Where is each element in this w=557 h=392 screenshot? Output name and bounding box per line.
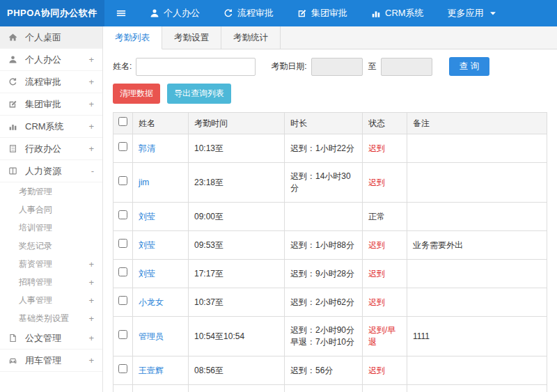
attendance-table: 姓名 考勤时间 时长 状态 备注 郭清10:13至迟到：1小时22分迟到jim2… xyxy=(103,112,557,392)
chart-icon xyxy=(371,8,381,18)
clean-data-button[interactable]: 清理数据 xyxy=(113,84,160,104)
sidebar-item-crm-system[interactable]: CRM系统+ xyxy=(0,116,102,138)
duration: 迟到：1小时22分 xyxy=(285,134,363,163)
sidebar-subitem-training-management[interactable]: 培训管理 xyxy=(0,219,102,237)
expand-toggle-icon[interactable]: + xyxy=(87,99,94,109)
sidebar-item-workflow-approval[interactable]: 流程审批+ xyxy=(0,71,102,93)
table-row: 刘莹09:00至正常 xyxy=(113,203,547,231)
expand-toggle-icon[interactable]: + xyxy=(87,333,94,343)
expand-toggle-icon[interactable]: - xyxy=(87,166,94,176)
date-to-label: 至 xyxy=(368,61,377,72)
expand-toggle-icon[interactable]: + xyxy=(87,295,94,306)
employee-name-link[interactable]: 王壹辉 xyxy=(139,366,164,375)
table-row: 刘莹09:53至迟到：1小时88分迟到业务需要外出 xyxy=(113,231,547,260)
topnav-item-personal-office[interactable]: 个人办公 xyxy=(138,0,212,26)
row-checkbox[interactable] xyxy=(118,176,127,185)
sidebar-subitem-recruitment-management[interactable]: 招聘管理+ xyxy=(0,273,102,291)
expand-toggle-icon[interactable]: + xyxy=(87,77,94,87)
status-badge: 迟到/早退 xyxy=(363,385,407,392)
note: 1111 xyxy=(407,317,547,356)
attendance-table-body: 郭清10:13至迟到：1小时22分迟到jim23:18至迟到：14小时30分迟到… xyxy=(113,134,547,392)
duration: 迟到：9小时28分 xyxy=(285,260,363,288)
date-from-input[interactable] xyxy=(311,58,363,76)
note xyxy=(407,260,547,288)
user-icon xyxy=(150,8,159,18)
expand-toggle-icon[interactable]: + xyxy=(87,54,94,65)
expand-toggle-icon[interactable]: + xyxy=(87,121,94,132)
sidebar-item-document-management[interactable]: 公文管理+ xyxy=(0,327,102,350)
employee-name-link[interactable]: 管理员 xyxy=(139,331,164,341)
row-checkbox[interactable] xyxy=(118,267,127,276)
row-checkbox[interactable] xyxy=(118,210,127,219)
attendance-time: 17:17至 xyxy=(189,260,285,288)
edit-icon xyxy=(297,8,307,18)
row-checkbox[interactable] xyxy=(118,142,127,151)
search-form: 姓名: 考勤日期: 至 查 询 xyxy=(103,49,557,82)
topnav-item-crm-system[interactable]: CRM系统 xyxy=(359,0,436,26)
row-checkbox[interactable] xyxy=(118,364,127,373)
sidebar-menu: 个人桌面个人办公+流程审批+集团审批+CRM系统+行政办公+人力资源-考勤管理人… xyxy=(0,26,102,372)
duration: 迟到：5小时33分 早退：4小时67分 xyxy=(285,385,363,392)
sidebar-subitem-personnel-contract[interactable]: 人事合同 xyxy=(0,201,102,219)
employee-name-link[interactable]: 刘莹 xyxy=(139,269,155,279)
sidebar-item-admin-office[interactable]: 行政办公+ xyxy=(0,138,102,160)
sidebar-subitem-base-category-settings[interactable]: 基础类别设置+ xyxy=(0,309,102,327)
table-row: 刘莹17:17至迟到：9小时28分迟到 xyxy=(113,260,547,288)
name-label: 姓名: xyxy=(113,61,132,72)
col-header-status: 状态 xyxy=(363,113,407,134)
home-icon xyxy=(8,33,19,42)
table-row: 小龙女10:37至迟到：2小时62分迟到 xyxy=(113,288,547,317)
employee-name-link[interactable]: 郭清 xyxy=(139,143,155,153)
employee-name-link[interactable]: 小龙女 xyxy=(139,297,164,307)
date-to-input[interactable] xyxy=(381,58,432,76)
status-badge: 迟到 xyxy=(363,231,407,260)
topnav-item-more-apps[interactable]: 更多应用 xyxy=(436,0,510,26)
tab-attendance-settings[interactable]: 考勤设置 xyxy=(162,26,221,49)
export-list-button[interactable]: 导出查询列表 xyxy=(167,84,231,104)
note xyxy=(407,288,547,317)
sidebar-subitem-personnel-management[interactable]: 人事管理+ xyxy=(0,291,102,309)
employee-name-link[interactable]: jim xyxy=(139,178,149,187)
sidebar-subitem-reward-punishment[interactable]: 奖惩记录 xyxy=(0,237,102,255)
row-checkbox[interactable] xyxy=(118,296,127,305)
query-button[interactable]: 查 询 xyxy=(449,57,489,76)
duration xyxy=(285,203,363,231)
tab-attendance-stats[interactable]: 考勤统计 xyxy=(221,26,281,49)
sidebar-item-human-resources[interactable]: 人力资源- xyxy=(0,160,102,182)
attendance-time: 08:56至 xyxy=(189,356,285,385)
sidebar-item-group-approval[interactable]: 集团审批+ xyxy=(0,93,102,116)
sidebar-item-personal-desktop[interactable]: 个人桌面 xyxy=(0,26,102,49)
expand-toggle-icon[interactable]: + xyxy=(87,355,94,366)
table-header-row: 姓名 考勤时间 时长 状态 备注 xyxy=(113,113,547,134)
status-badge: 迟到 xyxy=(363,260,407,288)
employee-name-link[interactable]: 刘莹 xyxy=(139,240,155,250)
menu-toggle-button[interactable] xyxy=(104,0,138,26)
expand-toggle-icon[interactable]: + xyxy=(87,277,94,288)
expand-toggle-icon[interactable]: + xyxy=(87,313,94,324)
note: 业务需要外出 xyxy=(407,231,547,260)
employee-name-link[interactable]: 刘莹 xyxy=(139,212,155,221)
col-header-duration: 时长 xyxy=(285,113,363,134)
topnav-item-workflow-approval[interactable]: 流程审批 xyxy=(212,0,285,26)
expand-toggle-icon[interactable]: + xyxy=(87,259,94,269)
duration: 迟到：1小时88分 xyxy=(285,231,363,260)
select-all-checkbox[interactable] xyxy=(118,117,127,126)
duration: 迟到：2小时62分 xyxy=(285,288,363,317)
row-checkbox[interactable] xyxy=(118,330,127,339)
duration: 迟到：56分 xyxy=(285,356,363,385)
app-title: PHPOA协同办公软件 xyxy=(0,0,104,26)
col-header-time: 考勤时间 xyxy=(189,113,285,134)
sidebar-item-personal-office[interactable]: 个人办公+ xyxy=(0,49,102,71)
row-checkbox[interactable] xyxy=(118,239,127,248)
duration: 迟到：14小时30分 xyxy=(285,163,363,203)
name-input[interactable] xyxy=(136,58,256,76)
sidebar-subitem-salary-management[interactable]: 薪资管理+ xyxy=(0,255,102,273)
topnav-item-group-approval[interactable]: 集团审批 xyxy=(285,0,359,26)
sidebar-subitem-attendance-management[interactable]: 考勤管理 xyxy=(0,182,102,201)
tab-attendance-list[interactable]: 考勤列表 xyxy=(103,26,162,49)
expand-toggle-icon[interactable]: + xyxy=(87,143,94,154)
sidebar-item-vehicle-management[interactable]: 用车管理+ xyxy=(0,350,102,372)
menu-icon xyxy=(116,8,126,18)
sidebar: 个人桌面个人办公+流程审批+集团审批+CRM系统+行政办公+人力资源-考勤管理人… xyxy=(0,26,103,392)
note xyxy=(407,356,547,385)
